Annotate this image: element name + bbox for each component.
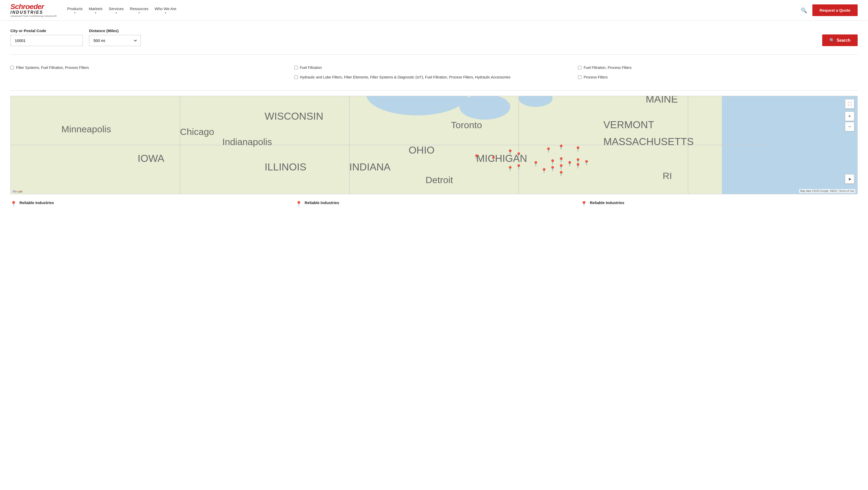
search-button[interactable]: 🔍 Search xyxy=(822,34,858,46)
chevron-down-icon: ▾ xyxy=(95,11,96,14)
distance-label: Distance (Miles) xyxy=(89,28,141,33)
map-pin-2[interactable]: 📍 xyxy=(575,146,581,152)
map-fullscreen-button[interactable]: ⛶ xyxy=(845,99,854,109)
map-pin-1[interactable]: 📍 xyxy=(558,144,564,150)
map-pin-9[interactable]: 📍 xyxy=(558,157,564,163)
filter-label-2[interactable]: Fuel Filtration xyxy=(300,65,322,70)
nav-who-we-are[interactable]: Who We Are ▾ xyxy=(155,6,177,14)
map-pin-8[interactable]: 📍 xyxy=(550,159,555,165)
locate-icon: ➤ xyxy=(848,177,851,181)
dealer-search-form: City or Postal Code Distance (Miles) 25 … xyxy=(10,28,858,46)
city-label: City or Postal Code xyxy=(10,28,83,33)
map-pin-17[interactable]: 📍 xyxy=(558,171,564,176)
filter-label-5[interactable]: Process Filters xyxy=(584,75,608,80)
filter-item-1: Filter Systems, Fuel Filtration, Process… xyxy=(10,65,290,70)
location-pin-icon: 📍 xyxy=(296,201,302,207)
map-pin-3[interactable]: 📍 xyxy=(507,149,513,155)
divider-1 xyxy=(10,54,858,55)
logo-sub: INDUSTRIES xyxy=(10,10,57,15)
map-pin-19[interactable]: 📍 xyxy=(507,166,513,171)
filter-checkbox-4[interactable] xyxy=(578,66,582,69)
nav-markets[interactable]: Markets ▾ xyxy=(89,6,102,14)
nav-resources[interactable]: Resources ▾ xyxy=(130,6,149,14)
map-locate-button[interactable]: ➤ xyxy=(845,174,854,183)
map-pin-15[interactable]: 📍 xyxy=(550,166,555,171)
main-content: City or Postal Code Distance (Miles) 25 … xyxy=(0,21,868,215)
logo[interactable]: Schroeder INDUSTRIES Advanced Fluid Cond… xyxy=(10,3,57,17)
logo-brand: Schroeder xyxy=(10,3,57,10)
fullscreen-icon: ⛶ xyxy=(848,102,851,106)
city-input[interactable] xyxy=(10,35,83,46)
nav-actions: 🔍 Request a Quote xyxy=(800,4,858,16)
distance-select[interactable]: 25 mi 50 mi 100 mi 250 mi 500 mi xyxy=(89,35,141,46)
filter-item-5: Process Filters xyxy=(578,75,858,80)
location-pin-icon: 📍 xyxy=(581,201,587,207)
map-pin-13[interactable]: 📍 xyxy=(575,163,581,169)
filter-label-3[interactable]: Hydraulic and Lube Filters, Filter Eleme… xyxy=(300,75,510,80)
map-pin-6[interactable]: 📍 xyxy=(474,154,479,160)
chevron-down-icon: ▾ xyxy=(165,11,166,14)
map-pin-18[interactable]: 📍 xyxy=(516,164,522,170)
distance-field-group: Distance (Miles) 25 mi 50 mi 100 mi 250 … xyxy=(89,28,141,46)
filter-checkbox-2[interactable] xyxy=(294,66,298,69)
result-name-2: Reliable Industries xyxy=(305,200,339,205)
map-pins-layer: 📍📍📍📍📍📍📍📍📍📍📍📍📍📍📍📍📍📍📍📍 xyxy=(10,96,858,194)
filter-label-4[interactable]: Fuel Filtration, Process Filters xyxy=(584,65,631,70)
search-icon: 🔍 xyxy=(830,38,835,43)
map-pin-0[interactable]: 📍 xyxy=(546,147,551,153)
chevron-down-icon: ▾ xyxy=(138,11,140,14)
filter-checkbox-3[interactable] xyxy=(294,75,298,79)
search-icon: 🔍 xyxy=(801,7,807,13)
nav-products[interactable]: Products ▾ xyxy=(67,6,83,14)
map-pin-7[interactable]: 📍 xyxy=(533,161,538,167)
filter-checkbox-5[interactable] xyxy=(578,75,582,79)
google-logo: Google xyxy=(13,190,23,193)
nav-services[interactable]: Services ▾ xyxy=(109,6,124,14)
map-pin-12[interactable]: 📍 xyxy=(584,160,589,166)
map-container[interactable]: MINNESOTA WISCONSIN IOWA NEBRASKA KANSAS… xyxy=(10,96,858,194)
header: Schroeder INDUSTRIES Advanced Fluid Cond… xyxy=(0,0,868,21)
main-nav: Products ▾ Markets ▾ Services ▾ Resource… xyxy=(67,6,800,14)
chevron-down-icon: ▾ xyxy=(74,11,75,14)
result-item-2: 📍 Reliable Industries xyxy=(296,200,572,207)
map-pin-16[interactable]: 📍 xyxy=(541,168,547,174)
map-pin-5[interactable]: 📍 xyxy=(490,156,496,162)
map-pin-11[interactable]: 📍 xyxy=(567,161,572,167)
map-pin-14[interactable]: 📍 xyxy=(558,164,564,170)
filter-label-1[interactable]: Filter Systems, Fuel Filtration, Process… xyxy=(16,65,89,70)
logo-tagline: Advanced Fluid Conditioning Solutions® xyxy=(10,15,57,17)
results-section: 📍 Reliable Industries 📍 Reliable Industr… xyxy=(10,200,858,207)
result-item-3: 📍 Reliable Industries xyxy=(581,200,858,207)
result-name-1: Reliable Industries xyxy=(20,200,54,205)
city-field-group: City or Postal Code xyxy=(10,28,83,46)
header-search-button[interactable]: 🔍 xyxy=(800,6,808,15)
result-item-1: 📍 Reliable Industries xyxy=(10,200,287,207)
filter-item-3: Hydraulic and Lube Filters, Filter Eleme… xyxy=(294,75,574,80)
location-pin-icon: 📍 xyxy=(10,201,17,207)
divider-2 xyxy=(10,90,858,91)
map-attribution: Map data ©2020 Google, INEGI | Terms of … xyxy=(799,189,855,193)
request-quote-button[interactable]: Request a Quote xyxy=(812,4,858,16)
filter-item-2: Fuel Filtration xyxy=(294,65,574,70)
filter-checkboxes: Filter Systems, Fuel Filtration, Process… xyxy=(10,60,858,85)
map-pin-4[interactable]: 📍 xyxy=(516,152,522,158)
result-name-3: Reliable Industries xyxy=(590,200,624,205)
map-zoom-in-button[interactable]: + xyxy=(845,112,854,121)
filter-checkbox-1[interactable] xyxy=(10,66,14,69)
map-controls: ⛶ + − xyxy=(845,99,854,131)
map-zoom-out-button[interactable]: − xyxy=(845,122,854,131)
filter-item-4: Fuel Filtration, Process Filters xyxy=(578,65,858,70)
chevron-down-icon: ▾ xyxy=(116,11,117,14)
